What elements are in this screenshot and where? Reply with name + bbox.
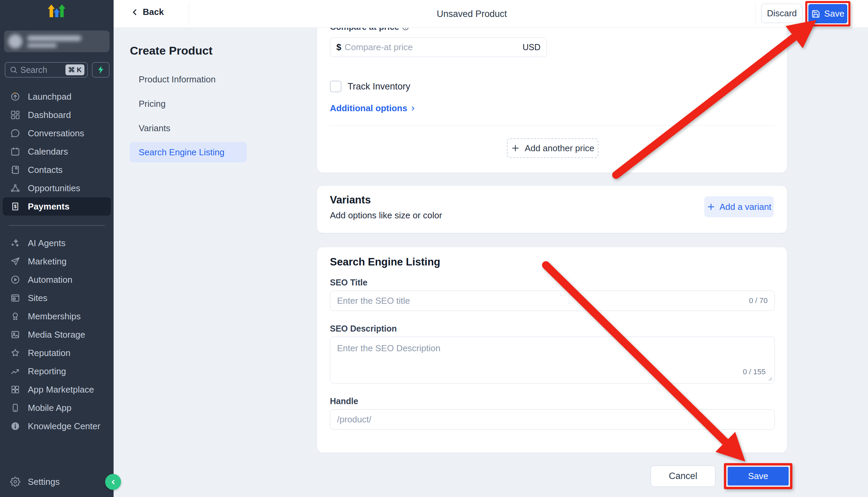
variants-title: Variants	[330, 194, 371, 206]
topbar-divider-right	[755, 2, 755, 26]
chevron-back-icon	[130, 8, 139, 17]
highlight-box-bottom-save: Save	[724, 463, 792, 489]
people-network-icon	[10, 183, 20, 193]
paper-plane-icon	[10, 256, 20, 267]
additional-options-link[interactable]: Additional options	[330, 103, 417, 114]
page-title: Unsaved Product	[437, 9, 507, 19]
topbar-divider-left	[189, 2, 189, 26]
subnav-item-search-engine-listing[interactable]: Search Engine Listing	[130, 142, 247, 162]
track-inventory-checkbox[interactable]	[330, 81, 341, 92]
sidebar-item-marketing[interactable]: Marketing	[3, 252, 111, 271]
seo-description-counter: 0 / 155	[743, 368, 766, 376]
highlight-box-top-save: Save	[805, 1, 850, 26]
app-root: ⌘ K Launchpad Dashboard Conversations Ca…	[0, 0, 868, 497]
resize-handle-icon[interactable]	[767, 376, 773, 381]
add-another-price-button[interactable]: Add another price	[507, 138, 598, 158]
app-grid-icon	[10, 384, 20, 395]
dashboard-grid-icon	[10, 110, 20, 120]
sidebar-item-mobile-app[interactable]: Mobile App	[3, 399, 111, 417]
seo-title: Search Engine Listing	[330, 256, 440, 268]
seo-description-input[interactable]	[330, 337, 774, 383]
medal-icon	[10, 311, 20, 322]
seo-card: Search Engine Listing SEO Title 0 / 70 S…	[317, 247, 787, 453]
sidebar-item-payments[interactable]: $ Payments	[3, 197, 111, 216]
account-subtitle-redacted	[27, 43, 57, 47]
browser-globe-icon	[10, 293, 20, 303]
back-button[interactable]: Back	[130, 7, 164, 17]
seo-description-field[interactable]: 0 / 155	[330, 337, 775, 383]
sidebar-item-knowledge-center[interactable]: Knowledge Center	[3, 417, 111, 435]
cancel-button[interactable]: Cancel	[651, 466, 715, 487]
seo-title-counter: 0 / 70	[749, 296, 768, 305]
info-circle-icon	[10, 421, 20, 431]
handle-label: Handle	[330, 396, 358, 406]
handle-field[interactable]	[330, 409, 775, 429]
chat-bubble-icon	[10, 128, 20, 138]
play-circle-icon	[10, 274, 20, 285]
plus-icon	[707, 202, 715, 211]
sidebar-item-conversations[interactable]: Conversations	[3, 124, 111, 142]
save-button-bottom[interactable]: Save	[728, 467, 789, 485]
add-variant-button[interactable]: Add a variant	[704, 196, 774, 217]
floppy-disk-icon	[811, 10, 820, 18]
track-inventory-row[interactable]: Track Inventory	[330, 81, 410, 92]
gear-icon	[10, 477, 20, 487]
seo-title-field[interactable]: 0 / 70	[330, 290, 775, 311]
chevron-right-icon	[409, 105, 417, 112]
sidebar-item-dashboard[interactable]: Dashboard	[3, 106, 111, 124]
handle-input[interactable]	[337, 414, 768, 425]
sidebar-search[interactable]: ⌘ K	[5, 62, 88, 77]
sidebar-item-media-storage[interactable]: Media Storage	[3, 325, 111, 344]
subnav-item-variants[interactable]: Variants	[130, 118, 247, 138]
currency-symbol: $	[336, 42, 341, 53]
pricing-card: Compare at price $ USD Track Inventory A…	[317, 20, 787, 173]
sidebar-item-settings[interactable]: Settings	[3, 472, 111, 491]
sidebar-item-launchpad[interactable]: Launchpad	[3, 87, 111, 106]
sidebar-item-calendars[interactable]: Calendars	[3, 142, 111, 161]
sidebar-item-automation[interactable]: Automation	[3, 271, 111, 289]
quick-actions-button[interactable]	[92, 62, 110, 77]
highlevel-logo-icon	[45, 4, 68, 25]
account-switcher[interactable]	[4, 30, 110, 52]
sidebar-item-reporting[interactable]: Reporting	[3, 362, 111, 380]
account-name-redacted	[27, 36, 81, 41]
variants-subtitle: Add options like size or color	[330, 210, 442, 221]
search-input[interactable]	[20, 65, 63, 75]
trend-up-icon	[10, 366, 20, 376]
sidebar-item-contacts[interactable]: Contacts	[3, 161, 111, 179]
avatar	[8, 34, 23, 48]
compare-at-price-input[interactable]	[344, 42, 519, 53]
section-divider	[330, 125, 774, 126]
sidebar-item-app-marketplace[interactable]: App Marketplace	[3, 380, 111, 399]
sidebar-item-opportunities[interactable]: Opportunities	[3, 179, 111, 197]
keyboard-shortcut-badge: ⌘ K	[66, 65, 84, 75]
topbar: Back Unsaved Product Discard	[114, 0, 868, 28]
sidebar-item-sites[interactable]: Sites	[3, 289, 111, 307]
seo-description-label: SEO Description	[330, 324, 397, 333]
discard-button[interactable]: Discard	[761, 4, 802, 23]
subnav-item-product-information[interactable]: Product Information	[130, 69, 247, 89]
subpanel-title: Create Product	[130, 44, 213, 57]
address-book-icon	[10, 165, 20, 175]
sparkle-plus-icon	[10, 238, 20, 248]
compare-at-price-label-clipped: Compare at price	[330, 28, 409, 33]
image-frame-icon	[10, 329, 20, 340]
calendar-icon	[10, 146, 20, 157]
lightning-bolt-icon	[97, 66, 104, 74]
plus-icon	[511, 144, 520, 153]
sidebar-item-ai-agents[interactable]: AI Agents	[3, 234, 111, 252]
seo-title-input[interactable]	[337, 296, 745, 306]
compare-at-price-field[interactable]: $ USD	[330, 37, 547, 57]
smartphone-icon	[10, 403, 20, 413]
info-icon	[402, 28, 409, 31]
launchpad-icon	[10, 91, 20, 102]
sidebar-item-memberships[interactable]: Memberships	[3, 307, 111, 325]
dollar-receipt-icon: $	[10, 201, 20, 212]
save-button-top[interactable]: Save	[808, 4, 847, 24]
currency-code: USD	[523, 42, 540, 52]
svg-text:$: $	[14, 204, 17, 209]
sidebar-divider	[9, 225, 105, 226]
sidebar-collapse-button[interactable]	[105, 474, 121, 490]
sidebar-item-reputation[interactable]: Reputation	[3, 344, 111, 362]
subnav-item-pricing[interactable]: Pricing	[130, 94, 247, 114]
